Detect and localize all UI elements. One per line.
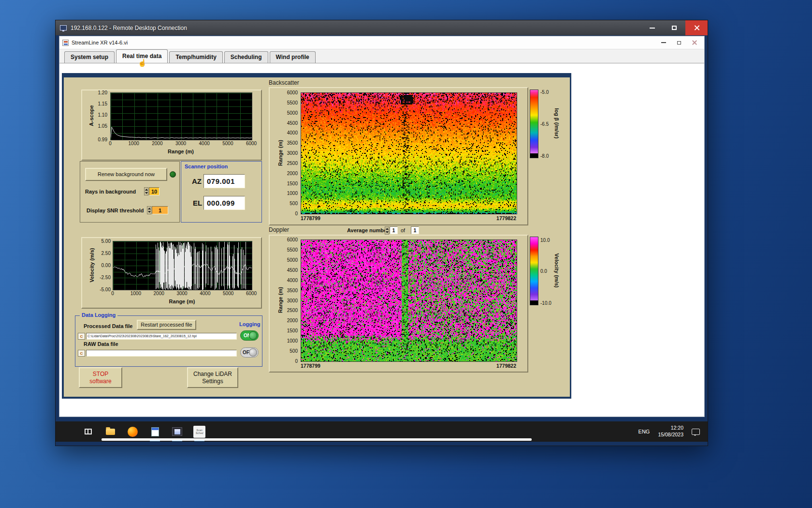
change-button-line1: Change LiDAR bbox=[193, 371, 232, 378]
snr-value-field[interactable]: 1 bbox=[152, 206, 168, 214]
tick-label: 500 bbox=[290, 201, 298, 206]
snr-spinner[interactable] bbox=[147, 206, 151, 214]
app-titlebar[interactable]: StreamLine XR v14-6.vi bbox=[59, 36, 704, 49]
velocity-x-axis-label: Range (m) bbox=[113, 299, 251, 304]
tick-label: 500 bbox=[290, 348, 298, 354]
notes-app-icon[interactable] bbox=[148, 425, 161, 438]
processed-path-browse-button[interactable]: C bbox=[78, 333, 85, 340]
tray-language[interactable]: ENG bbox=[638, 429, 650, 434]
data-logging-group: Data Logging Processed Data file Restart… bbox=[75, 315, 262, 367]
tick-label: 5500 bbox=[287, 247, 298, 253]
tab-scheduling[interactable]: Scheduling bbox=[224, 51, 268, 63]
stop-button-line2: software bbox=[89, 378, 111, 385]
rdp-titlebar[interactable]: 192.168.0.122 - Remote Desktop Connectio… bbox=[56, 20, 708, 35]
doppler-y-ticks: 0500100015002000250030003500400045005000… bbox=[270, 239, 299, 361]
tick-label: 4000 bbox=[287, 278, 298, 283]
lv-front-panel: A-scope 1.201.151.101.050.99 01000200030… bbox=[64, 77, 570, 397]
tick-label: -2.50 bbox=[100, 275, 111, 280]
rdp-close-button[interactable] bbox=[685, 20, 708, 35]
tick-label: 3000 bbox=[174, 291, 190, 296]
tick-label: 1000 bbox=[128, 291, 144, 296]
app-icon bbox=[62, 40, 69, 46]
processed-path-field[interactable]: C:\Lidar\Data\Proc\2023\202308\20230815\… bbox=[86, 333, 237, 340]
el-value: 000.099 bbox=[203, 196, 245, 210]
average-number-spinner[interactable] bbox=[385, 226, 389, 235]
desktop: 192.168.0.122 - Remote Desktop Connectio… bbox=[0, 0, 812, 508]
backscatter-y-ticks: 0500100015002000250030003500400045005000… bbox=[270, 92, 299, 213]
data-logging-title: Data Logging bbox=[80, 312, 117, 318]
rdp-title: 192.168.0.122 - Remote Desktop Connectio… bbox=[71, 25, 187, 31]
velocity-graph: Velocity (m/s) 5.002.500.00-2.50-5.00 01… bbox=[81, 237, 262, 309]
task-view-icon[interactable] bbox=[82, 425, 95, 438]
image-viewer-app-icon[interactable] bbox=[171, 425, 184, 438]
average-number-label: Average number bbox=[347, 227, 389, 233]
tick-label: 4500 bbox=[287, 268, 298, 273]
average-number-value[interactable]: 1 bbox=[390, 226, 398, 234]
tick-label: 6000 bbox=[243, 291, 260, 296]
raw-logging-toggle[interactable]: OFF bbox=[240, 347, 259, 358]
backscatter-time-start: 1778799 bbox=[301, 215, 320, 221]
file-explorer-icon[interactable] bbox=[104, 425, 117, 438]
tick-label: 5000 bbox=[219, 141, 236, 146]
restart-processed-file-button[interactable]: Restart processed file bbox=[137, 320, 196, 330]
tick-label: 3000 bbox=[173, 141, 189, 146]
rays-spinner[interactable] bbox=[144, 187, 148, 195]
ascope-y-ticks: 1.201.151.101.050.99 bbox=[82, 92, 108, 139]
app-minimize-button[interactable] bbox=[656, 37, 671, 48]
tick-label: 5.00 bbox=[102, 239, 111, 244]
action-center-icon[interactable] bbox=[692, 429, 700, 435]
tick-label: -6.5 bbox=[540, 121, 549, 127]
rdp-maximize-button[interactable] bbox=[663, 20, 685, 35]
tick-label: 6000 bbox=[287, 237, 298, 242]
tick-label: 0 bbox=[295, 359, 298, 364]
ascope-x-ticks: 0100020003000400050006000 bbox=[110, 141, 251, 147]
tick-label: 3000 bbox=[287, 150, 298, 156]
tick-label: 6000 bbox=[287, 90, 298, 95]
tick-label: 2000 bbox=[287, 318, 298, 323]
stop-software-button[interactable]: STOP software bbox=[79, 367, 122, 388]
tick-label: 0 bbox=[295, 211, 298, 216]
renew-background-button[interactable]: Renew background now bbox=[85, 168, 167, 181]
process-logging-toggle[interactable]: ON bbox=[240, 330, 259, 341]
firefox-icon[interactable] bbox=[126, 425, 139, 438]
snr-threshold-label: Display SNR threshold bbox=[87, 208, 144, 213]
logging-label: Logging bbox=[239, 321, 260, 327]
ascope-x-axis-label: Range (m) bbox=[110, 149, 251, 154]
processed-data-file-label: Processed Data file bbox=[84, 323, 133, 329]
change-lidar-settings-button[interactable]: Change LiDAR Settings bbox=[187, 367, 238, 388]
tick-label: 5000 bbox=[287, 257, 298, 263]
rdp-icon bbox=[60, 25, 67, 30]
tab-strip: System setup Real time data Temp/humidit… bbox=[59, 49, 704, 63]
tick-label: 5000 bbox=[220, 291, 236, 296]
change-button-line2: Settings bbox=[202, 378, 223, 385]
tab-system-setup[interactable]: System setup bbox=[64, 51, 115, 63]
doppler-time-start: 1778799 bbox=[301, 363, 320, 369]
ascope-plot-canvas bbox=[110, 92, 252, 140]
raw-path-field[interactable] bbox=[86, 350, 237, 357]
doppler-title: Doppler bbox=[269, 226, 289, 233]
tick-label: 2.50 bbox=[102, 251, 111, 256]
app-close-button[interactable] bbox=[687, 37, 702, 48]
app-restore-button[interactable] bbox=[671, 37, 687, 48]
tick-label: 1.10 bbox=[98, 112, 107, 118]
rays-value-field[interactable]: 10 bbox=[149, 187, 160, 195]
tick-label: 0.0 bbox=[540, 269, 547, 274]
tick-label: 6000 bbox=[243, 141, 260, 146]
doppler-colorbar-label: Velocity (m/s) bbox=[554, 254, 560, 288]
tick-label: 3500 bbox=[287, 140, 298, 146]
tab-temp-humidity[interactable]: Temp/humidity bbox=[169, 51, 222, 63]
az-value: 079.001 bbox=[203, 174, 245, 188]
tick-label: -10.0 bbox=[540, 300, 551, 306]
scan-sched-app-icon[interactable]: Scan Sched bbox=[193, 425, 206, 438]
el-label: EL bbox=[193, 199, 202, 207]
raw-path-browse-button[interactable]: C bbox=[78, 350, 85, 357]
of-value[interactable]: 1 bbox=[411, 226, 419, 234]
rdp-minimize-button[interactable] bbox=[641, 20, 663, 35]
stop-button-line1: STOP bbox=[93, 371, 108, 378]
doppler-graph: Range (m) 050010001500200025003000350040… bbox=[269, 235, 528, 373]
tab-wind-profile[interactable]: Wind profile bbox=[270, 51, 316, 63]
tick-label: 10.0 bbox=[540, 238, 550, 243]
backscatter-title: Backscatter bbox=[269, 79, 299, 86]
tick-label: 4000 bbox=[196, 141, 213, 146]
tray-clock[interactable]: 12:20 15/08/2023 bbox=[658, 425, 683, 438]
